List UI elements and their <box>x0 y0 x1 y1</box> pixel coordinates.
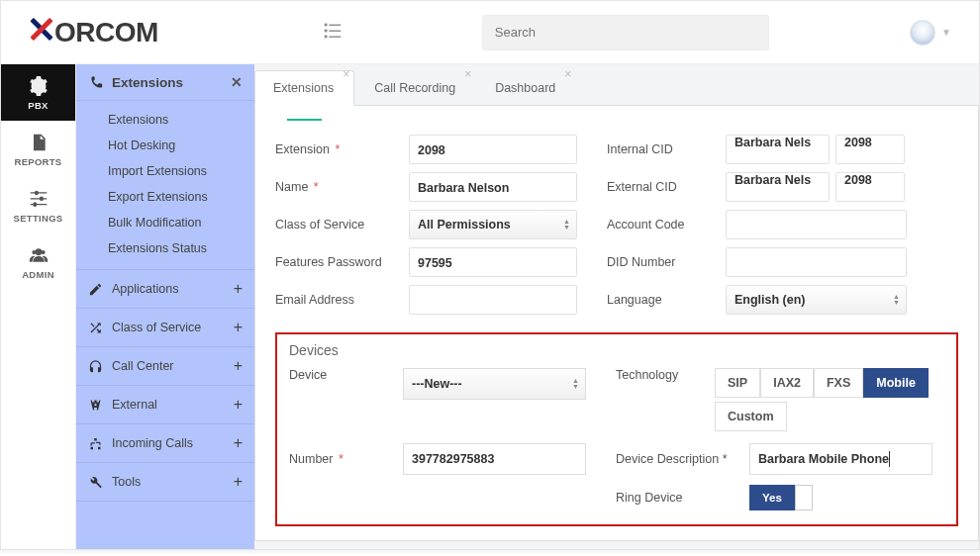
select-class-of-service[interactable]: All Permissions▲▼ <box>409 210 577 239</box>
input-device-description[interactable]: Barbara Mobile Phone <box>749 443 932 475</box>
label-external-cid: External CID <box>607 180 726 194</box>
nav-pbx-label: PBX <box>28 100 48 111</box>
nav-reports[interactable]: REPORTS <box>1 121 75 177</box>
sub-extensions-status[interactable]: Extensions Status <box>108 235 254 261</box>
primary-nav: PBX REPORTS SETTINGS ADMIN <box>1 64 76 549</box>
list-view-icon[interactable] <box>322 20 343 45</box>
active-tab-indicator <box>287 119 322 121</box>
search-input[interactable] <box>482 15 769 50</box>
group-applications[interactable]: Applications + <box>76 270 254 309</box>
label-device: Device <box>289 368 403 382</box>
nav-settings-label: SETTINGS <box>14 213 63 224</box>
label-did-number: DID Number <box>607 255 726 269</box>
input-did-number[interactable] <box>726 247 907 277</box>
expand-icon: + <box>234 396 243 414</box>
select-language[interactable]: English (en)▲▼ <box>726 285 907 315</box>
toggle-ring-device[interactable]: Yes <box>749 485 813 510</box>
phone-icon <box>88 74 104 90</box>
tech-iax2[interactable]: IAX2 <box>760 368 814 398</box>
input-account-code[interactable] <box>726 210 907 239</box>
label-technology: Technology <box>616 368 715 382</box>
label-account-code: Account Code <box>607 218 726 232</box>
text-cursor <box>889 451 890 467</box>
nav-reports-label: REPORTS <box>14 156 61 167</box>
wrench-icon <box>88 475 103 490</box>
updown-icon: ▲▼ <box>572 378 579 390</box>
sub-extensions[interactable]: Extensions <box>108 107 254 133</box>
input-internal-cid-name[interactable]: Barbara Nels <box>726 135 830 164</box>
headset-icon <box>88 359 103 374</box>
input-internal-cid-num[interactable]: 2098 <box>835 135 905 164</box>
label-number: Number * <box>289 452 403 466</box>
tech-fxs[interactable]: FXS <box>814 368 863 398</box>
svg-rect-4 <box>325 36 328 39</box>
logo-text: ORCOM <box>54 17 158 48</box>
avatar-icon <box>910 20 935 46</box>
close-icon[interactable]: ✕ <box>231 74 243 90</box>
secnav-header-extensions[interactable]: Extensions ✕ <box>76 64 254 101</box>
road-icon <box>88 398 103 413</box>
tech-sip[interactable]: SIP <box>715 368 760 398</box>
group-tools[interactable]: Tools + <box>76 463 254 502</box>
sub-bulk-modification[interactable]: Bulk Modification <box>108 210 254 235</box>
secnav-header-label: Extensions <box>112 75 183 90</box>
select-device[interactable]: ---New---▲▼ <box>403 368 586 400</box>
logo: ORCOM <box>29 16 158 48</box>
user-menu[interactable]: ▼ <box>910 20 951 46</box>
label-internal-cid: Internal CID <box>607 142 726 156</box>
form-area: Extension * 2098 Internal CID Barbara Ne… <box>254 106 979 541</box>
close-icon[interactable]: × <box>464 67 471 81</box>
technology-buttons: SIP IAX2 FXS Mobile Custom <box>715 368 932 431</box>
nav-admin[interactable]: ADMIN <box>1 233 75 290</box>
group-incoming-calls[interactable]: Incoming Calls + <box>76 424 254 463</box>
group-call-center[interactable]: Call Center + <box>76 347 254 386</box>
input-external-cid-name[interactable]: Barbara Nels <box>726 172 830 202</box>
label-name: Name * <box>275 180 409 194</box>
devices-section: Devices Device ---New---▲▼ Technology SI… <box>275 332 958 526</box>
expand-icon: + <box>234 319 243 336</box>
updown-icon: ▲▼ <box>893 294 900 306</box>
input-extension[interactable]: 2098 <box>409 135 577 164</box>
updown-icon: ▲▼ <box>563 219 570 231</box>
logo-x-icon <box>29 16 54 42</box>
tech-mobile[interactable]: Mobile <box>863 368 929 398</box>
nav-pbx[interactable]: PBX <box>1 64 75 121</box>
toggle-knob <box>795 485 813 510</box>
svg-rect-3 <box>329 31 341 32</box>
tab-extensions[interactable]: Extensions × <box>254 70 354 106</box>
tab-dashboard[interactable]: Dashboard × <box>477 71 575 105</box>
sub-hot-desking[interactable]: Hot Desking <box>108 133 254 158</box>
svg-rect-5 <box>329 37 341 38</box>
label-ring-device: Ring Device <box>616 491 749 505</box>
svg-rect-1 <box>329 25 341 26</box>
close-icon[interactable]: × <box>343 67 349 81</box>
sub-import-extensions[interactable]: Import Extensions <box>108 158 254 184</box>
input-number[interactable]: 397782975883 <box>403 443 586 475</box>
label-device-description: Device Description * <box>616 452 749 466</box>
input-name[interactable]: Barbara Nelson <box>409 172 577 202</box>
group-external[interactable]: External + <box>76 386 254 424</box>
svg-rect-2 <box>325 30 328 33</box>
caret-down-icon: ▼ <box>941 27 951 38</box>
label-language: Language <box>607 293 726 307</box>
input-features-password[interactable]: 97595 <box>409 247 577 277</box>
toggle-on-label: Yes <box>749 485 795 510</box>
nav-settings[interactable]: SETTINGS <box>1 177 75 233</box>
expand-icon: + <box>234 473 243 491</box>
sub-export-extensions[interactable]: Export Extensions <box>108 184 254 210</box>
nav-admin-label: ADMIN <box>22 269 54 280</box>
expand-icon: + <box>234 280 243 298</box>
main: Extensions × Call Recording × Dashboard … <box>254 64 979 549</box>
input-email[interactable] <box>409 285 577 315</box>
group-class-of-service[interactable]: Class of Service + <box>76 309 254 347</box>
label-cos: Class of Service <box>275 218 409 232</box>
tech-custom[interactable]: Custom <box>715 402 787 431</box>
close-icon[interactable]: × <box>564 67 571 81</box>
label-email: Email Address <box>275 293 409 307</box>
label-features-pw: Features Password <box>275 255 409 269</box>
label-extension: Extension * <box>275 142 409 156</box>
shuffle-icon <box>88 321 103 335</box>
tab-call-recording[interactable]: Call Recording × <box>356 71 475 105</box>
expand-icon: + <box>234 357 243 375</box>
input-external-cid-num[interactable]: 2098 <box>835 172 905 202</box>
